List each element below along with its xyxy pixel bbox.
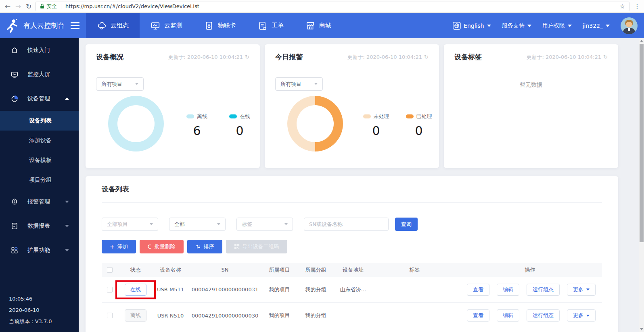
chevron-down-icon — [65, 201, 69, 203]
forward-icon[interactable]: → — [13, 2, 23, 10]
batch-delete-icon: C — [148, 243, 152, 250]
browser-menu-icon[interactable]: ⋮ — [633, 3, 642, 10]
back-icon[interactable]: ← — [2, 2, 13, 10]
sidebar-item-device-list[interactable]: 设备列表 — [0, 111, 79, 131]
chevron-down-icon — [284, 223, 288, 225]
legend-offline: 离线 6 — [182, 113, 212, 138]
card-title: 设备概况 — [96, 52, 123, 62]
scrollbar-thumb[interactable] — [640, 44, 644, 242]
row-checkbox[interactable] — [107, 313, 113, 318]
device-name: USR-N510 — [153, 313, 188, 319]
device-group: 我的分组 — [297, 286, 335, 293]
more-button[interactable]: 更多 — [567, 284, 596, 296]
select-all-checkbox[interactable] — [107, 267, 113, 273]
scroll-up-icon[interactable] — [640, 40, 643, 42]
view-button[interactable]: 查看 — [467, 309, 489, 322]
sidebar-item-label: 数据报表 — [27, 222, 50, 230]
sidebar-item-monitor-screen[interactable]: 监控大屏 — [0, 62, 79, 87]
language-selector[interactable]: English — [453, 22, 491, 30]
search-input[interactable] — [304, 218, 389, 231]
refresh-icon[interactable]: ↻ — [245, 54, 249, 60]
offline-count: 6 — [182, 124, 212, 138]
sort-button[interactable]: 排序 — [187, 240, 222, 253]
store-icon — [305, 21, 315, 31]
report-icon — [10, 222, 19, 230]
tab-work-order[interactable]: 工单 — [247, 13, 295, 38]
sidebar-item-quick-start[interactable]: 快速入门 — [0, 38, 79, 62]
pending-swatch — [363, 114, 371, 118]
tab-cloud-scada[interactable]: 云组态 — [86, 13, 140, 38]
tab-mall[interactable]: 商城 — [295, 13, 342, 38]
grid-icon — [10, 246, 19, 254]
sidebar-item-device-template[interactable]: 设备模板 — [0, 150, 79, 170]
card-title: 今日报警 — [275, 52, 303, 62]
card-title: 设备标签 — [454, 52, 482, 62]
sidebar-item-data-report[interactable]: 数据报表 — [0, 214, 79, 238]
current-time: 10:05:46 — [9, 293, 52, 305]
secure-label: 安全 — [46, 3, 57, 10]
sidebar-item-device-manage[interactable]: 设备管理 — [0, 87, 79, 111]
sidebar-item-extensions[interactable]: 扩展功能 — [0, 238, 79, 262]
sort-icon — [195, 244, 201, 249]
batch-delete-button[interactable]: C 批量删除 — [140, 240, 184, 253]
status-badge-online[interactable]: 在线 — [125, 284, 146, 296]
selected-option: 所有项目 — [101, 81, 122, 88]
chevron-down-icon — [150, 223, 153, 225]
sidebar-item-add-device[interactable]: 添加设备 — [0, 131, 79, 150]
chevron-down-icon — [314, 83, 318, 85]
address-bar[interactable]: 安全 https://mp.usr.cn/#/cloudV2/device/Vi… — [36, 2, 629, 11]
support-label: 服务支持 — [502, 22, 525, 29]
tab-cloud-monitor[interactable]: 云监测 — [140, 13, 193, 38]
alarm-status-donut — [287, 96, 343, 151]
user-menu[interactable]: jin322_ — [583, 23, 610, 29]
toolbar: + 添加 C 批量删除 排序 — [102, 240, 602, 253]
edit-button[interactable]: 编辑 — [497, 284, 519, 296]
tag-select[interactable]: 标签 — [236, 218, 293, 231]
secure-badge[interactable]: 安全 — [40, 3, 57, 10]
card-device-overview: 设备概况 更新于: 2020-06-10 10:04:21 ↻ 所有项目 — [86, 44, 260, 168]
project-select[interactable]: 全部项目 — [102, 218, 158, 231]
view-button[interactable]: 查看 — [467, 284, 489, 296]
refresh-icon[interactable]: ↻ — [23, 2, 34, 10]
bookmark-star-icon[interactable]: ☆ — [620, 3, 625, 10]
scroll-down-icon[interactable] — [640, 328, 643, 330]
card-device-tags: 设备标签 更新于: 2020-06-10 10:04:21 ↻ 暂无数据 — [444, 44, 618, 168]
project-filter-select[interactable]: 所有项目 — [96, 77, 144, 91]
collapse-menu-icon[interactable] — [71, 22, 79, 29]
chevron-down-icon — [606, 25, 610, 27]
tab-iot-card[interactable]: 物联卡 — [193, 13, 247, 38]
run-scada-button[interactable]: 运行组态 — [527, 284, 560, 296]
page-scrollbar[interactable] — [639, 38, 644, 332]
plus-icon: + — [110, 243, 115, 250]
edit-button[interactable]: 编辑 — [497, 309, 519, 322]
refresh-icon[interactable]: ↻ — [424, 54, 429, 60]
project-filter-select[interactable]: 所有项目 — [275, 77, 323, 91]
status-badge-offline[interactable]: 离线 — [125, 309, 146, 322]
avatar[interactable] — [621, 17, 638, 34]
table-row: 离线 USR-N510 00004291000000000030 我的项目 我的… — [102, 303, 602, 328]
query-button[interactable]: 查询 — [395, 218, 418, 231]
card-today-alarms: 今日报警 更新于: 2020-06-10 10:04:21 ↻ 所有项目 — [265, 44, 439, 168]
lock-icon — [40, 4, 44, 9]
status-select[interactable]: 全部 — [169, 218, 226, 231]
legend-label: 离线 — [197, 113, 207, 120]
run-scada-button[interactable]: 运行组态 — [527, 309, 560, 322]
more-button[interactable]: 更多 — [567, 309, 596, 322]
user-permission-menu[interactable]: 用户权限 — [542, 22, 572, 29]
service-support-menu[interactable]: 服务支持 — [502, 22, 531, 29]
chevron-down-icon — [586, 315, 590, 317]
device-sn: 00004291000000000031 — [188, 286, 262, 293]
col-actions: 操作 — [458, 266, 602, 274]
sidebar-item-alarm-manage[interactable]: 报警管理 — [0, 190, 79, 214]
refresh-icon[interactable]: ↻ — [603, 54, 608, 60]
row-checkbox[interactable] — [107, 287, 113, 293]
col-status: 状态 — [118, 266, 153, 274]
add-button[interactable]: + 添加 — [102, 240, 136, 253]
button-label: 添加 — [117, 243, 128, 250]
updated-label: 更新于: 2020-06-10 10:04:21 — [168, 54, 243, 61]
sidebar-item-label: 扩展功能 — [27, 247, 50, 254]
url-text[interactable]: https://mp.usr.cn/#/cloudV2/device/ViewD… — [65, 3, 199, 9]
brand[interactable]: 有人云控制台 — [0, 13, 86, 38]
sidebar-subitem-label: 项目分组 — [29, 176, 52, 184]
sidebar-item-project-group[interactable]: 项目分组 — [0, 170, 79, 190]
